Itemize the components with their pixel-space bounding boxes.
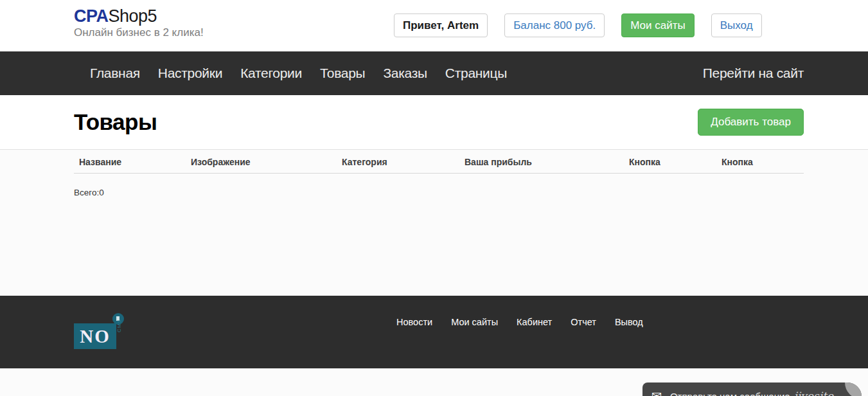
header-buttons: Привет, Artem Баланс 800 руб. Мои сайты … — [394, 14, 762, 37]
cms-logo-subtext: CMS — [116, 319, 122, 332]
my-sites-button[interactable]: Мои сайты — [621, 14, 694, 37]
footer-link-withdraw[interactable]: Вывод — [615, 317, 643, 327]
brand-primary: CPA — [74, 6, 109, 26]
column-header-category: Категория — [337, 150, 459, 174]
nav-item-pages[interactable]: Страницы — [436, 66, 516, 81]
chat-widget-fold-corner — [845, 382, 862, 396]
column-header-profit: Ваша прибыль — [459, 150, 624, 174]
products-table: Название Изображение Категория Ваша приб… — [74, 150, 804, 174]
footer-link-my-sites[interactable]: Мои сайты — [451, 317, 498, 327]
logout-button[interactable]: Выход — [711, 14, 762, 37]
nav-item-home[interactable]: Главная — [81, 66, 149, 81]
nav-item-go-to-site[interactable]: Перейти на сайт — [694, 66, 804, 81]
main-navigation: Главная Настройки Категории Товары Заказ… — [0, 51, 868, 95]
page-footer: NO CMS Новости Мои сайты Кабинет Отчет В… — [0, 296, 868, 368]
column-header-button-1: Кнопка — [624, 150, 716, 174]
table-header-row: Название Изображение Категория Ваша приб… — [74, 150, 804, 174]
cms-logo-text: NO — [80, 327, 111, 346]
add-product-button[interactable]: Добавить товар — [698, 109, 804, 136]
envelope-icon: ✉ — [651, 390, 662, 396]
cms-logo-box: NO — [74, 323, 116, 349]
brand-secondary: Shop5 — [109, 6, 157, 26]
nav-item-categories[interactable]: Категории — [231, 66, 311, 81]
footer-link-report[interactable]: Отчет — [571, 317, 596, 327]
page-header: Товары Добавить товар — [0, 95, 868, 149]
column-header-button-2: Кнопка — [716, 150, 804, 174]
nav-item-products[interactable]: Товары — [311, 66, 374, 81]
products-section: Название Изображение Категория Ваша приб… — [0, 149, 868, 296]
page-title: Товары — [74, 109, 157, 135]
nav-item-orders[interactable]: Заказы — [374, 66, 436, 81]
footer-links: Новости Мои сайты Кабинет Отчет Вывод — [396, 317, 643, 327]
balance-button[interactable]: Баланс 800 руб. — [504, 14, 605, 37]
cms-logo[interactable]: NO CMS — [74, 313, 132, 350]
footer-link-cabinet[interactable]: Кабинет — [517, 317, 552, 327]
greeting-user-button[interactable]: Привет, Artem — [394, 14, 488, 37]
chat-widget-brand: jivosite — [793, 390, 833, 396]
column-header-image: Изображение — [186, 150, 337, 174]
column-header-name: Название — [74, 150, 186, 174]
footer-link-news[interactable]: Новости — [396, 317, 432, 327]
chat-widget[interactable]: ✉ Отправьте нам сообщение jivosite — [642, 382, 862, 396]
top-header: CPAShop5 Онлайн бизнес в 2 клика! Привет… — [0, 0, 868, 51]
nav-item-settings[interactable]: Настройки — [149, 66, 231, 81]
chat-widget-message: Отправьте нам сообщение — [670, 391, 790, 396]
total-count-label: Всего:0 — [74, 188, 804, 197]
